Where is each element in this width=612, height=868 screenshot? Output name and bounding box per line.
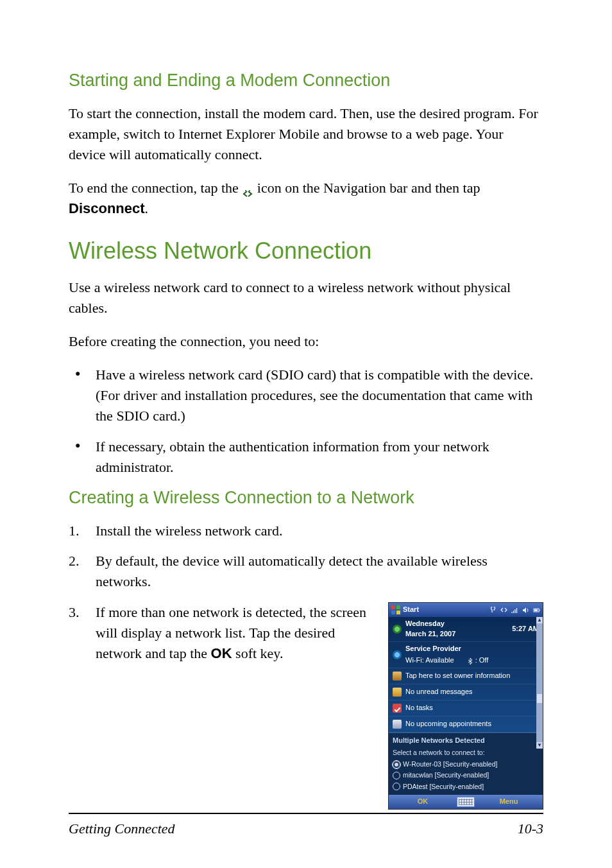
- heading-starting-ending: Starting and Ending a Modem Connection: [69, 71, 543, 91]
- tasks-icon: [393, 704, 402, 713]
- step-auto-detect: By default, the device will automaticall…: [69, 551, 543, 592]
- start-button[interactable]: Start: [403, 605, 419, 615]
- bullet-sdio-card: Have a wireless network card (SDIO card)…: [69, 365, 543, 426]
- network-option-label: PDAtest [Security-enabled]: [403, 782, 484, 792]
- text-fragment: To end the connection, tap the: [69, 180, 242, 196]
- paragraph-start-connection: To start the connection, install the mod…: [69, 103, 543, 165]
- svg-rect-4: [534, 609, 538, 611]
- bullet-auth-info: If necessary, obtain the authentication …: [69, 437, 543, 478]
- scrollbar[interactable]: ▲ ▼: [536, 617, 543, 749]
- heading-creating-wireless-connection: Creating a Wireless Connection to a Netw…: [69, 488, 543, 508]
- softkey-ok[interactable]: OK: [389, 797, 457, 807]
- radio-selected-icon[interactable]: [393, 761, 400, 768]
- antenna-icon: [393, 650, 402, 659]
- date-row[interactable]: Wednesday March 21, 2007 5:27 AM: [389, 617, 543, 642]
- date-text: March 21, 2007: [405, 630, 455, 638]
- scroll-down-button[interactable]: ▼: [536, 742, 543, 749]
- weekday-text: Wednesday: [405, 620, 445, 627]
- service-provider-text: Service Provider: [405, 645, 461, 652]
- appointments-text: No upcoming appointments: [405, 719, 539, 729]
- network-option-label: W-Router-03 [Security-enabled]: [403, 759, 497, 769]
- speaker-icon[interactable]: [522, 607, 529, 614]
- signal-icon: [511, 607, 518, 614]
- radio-icon[interactable]: [393, 772, 400, 779]
- network-option-1[interactable]: mitacwlan [Security-enabled]: [393, 770, 539, 781]
- network-option-label: mitacwlan [Security-enabled]: [403, 770, 489, 780]
- envelope-icon: [393, 688, 402, 697]
- radio-icon[interactable]: [393, 783, 400, 790]
- notification-prompt: Select a network to connect to:: [393, 748, 539, 759]
- connection-icon: [242, 184, 253, 193]
- connectivity-icon[interactable]: [500, 607, 507, 614]
- device-screenshot: Start: [388, 602, 543, 810]
- softkey-menu[interactable]: Menu: [475, 797, 543, 807]
- tasks-row[interactable]: No tasks: [389, 700, 543, 716]
- bt-status-text: : Off: [475, 656, 489, 664]
- footer-rule: [69, 813, 543, 814]
- text-fragment: soft key.: [235, 645, 283, 661]
- paragraph-before-creating: Before creating the connection, you need…: [69, 331, 543, 352]
- softkey-bar: OK Menu: [389, 795, 543, 809]
- battery-icon: [533, 607, 540, 614]
- step-install-card: Install the wireless network card.: [69, 521, 543, 541]
- wifi-status-text: Wi-Fi: Available: [405, 655, 454, 666]
- ok-key-label: OK: [211, 645, 232, 661]
- status-icons: [489, 607, 540, 614]
- svg-point-0: [245, 190, 246, 191]
- text-fragment: icon on the Navigation bar and then tap: [257, 180, 480, 196]
- svg-rect-3: [539, 609, 540, 611]
- bluetooth-icon: [467, 657, 473, 664]
- tasks-text: No tasks: [405, 703, 539, 713]
- heading-wireless-network-connection: Wireless Network Connection: [69, 238, 543, 265]
- network-notification: Multiple Networks Detected Select a netw…: [389, 733, 543, 795]
- scroll-up-button[interactable]: ▲: [536, 617, 543, 623]
- paragraph-end-connection: To end the connection, tap the icon on t…: [69, 178, 543, 219]
- paragraph-use-wireless-card: Use a wireless network card to connect t…: [69, 277, 543, 318]
- clock-icon: [393, 625, 402, 634]
- appointments-row[interactable]: No upcoming appointments: [389, 716, 543, 733]
- owner-icon: [393, 672, 402, 681]
- owner-info-row[interactable]: Tap here to set owner information: [389, 668, 543, 684]
- keyboard-icon[interactable]: [457, 797, 475, 807]
- windows-flag-icon: [391, 605, 400, 614]
- messages-text: No unread messages: [405, 687, 539, 697]
- service-row[interactable]: Service Provider Wi-Fi: Available : Off: [389, 642, 543, 668]
- time-text: 5:27 AM: [512, 624, 539, 634]
- step-network-list: If more than one network is detected, th…: [69, 602, 543, 810]
- text-fragment: .: [145, 200, 149, 216]
- footer-section-title: Getting Connected: [69, 820, 175, 837]
- svg-point-1: [249, 190, 250, 191]
- footer-page-number: 10-3: [518, 820, 543, 837]
- device-titlebar: Start: [389, 603, 543, 617]
- network-option-0[interactable]: W-Router-03 [Security-enabled]: [393, 759, 539, 770]
- notification-title: Multiple Networks Detected: [393, 734, 539, 748]
- scroll-thumb[interactable]: [537, 694, 542, 703]
- messages-row[interactable]: No unread messages: [389, 684, 543, 700]
- calendar-icon: [393, 720, 402, 729]
- owner-info-text: Tap here to set owner information: [405, 671, 539, 681]
- key-icon: [489, 607, 497, 614]
- disconnect-label: Disconnect: [69, 200, 145, 216]
- network-option-2[interactable]: PDAtest [Security-enabled]: [393, 781, 539, 792]
